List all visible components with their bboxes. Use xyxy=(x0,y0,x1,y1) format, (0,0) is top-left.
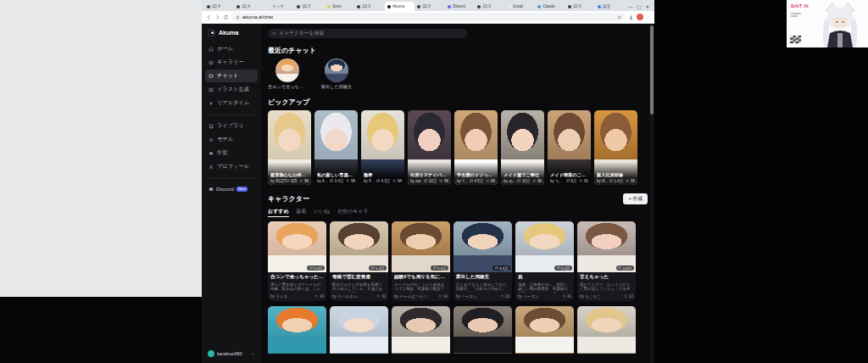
pickup-card[interactable]: 徹希 by Fatusa 4.3万 94 xyxy=(361,110,404,185)
pickup-card-title: メイド服でご奉仕 xyxy=(504,172,542,178)
back-icon[interactable] xyxy=(206,14,212,20)
create-button[interactable]: + 作成 xyxy=(623,193,648,204)
character-card-image: 5.6万 xyxy=(392,221,450,272)
brand[interactable]: Akuma xyxy=(205,28,258,42)
tab-osusume[interactable]: おすすめ xyxy=(268,208,289,217)
user-icon xyxy=(209,165,214,170)
tab-label: マップ xyxy=(272,4,284,8)
maximize-button[interactable]: ▢ xyxy=(637,4,641,9)
recent-chat-name: 合コンで会っちゃ… xyxy=(268,84,307,90)
sidebar-item-chat[interactable]: チャット xyxy=(205,70,258,82)
browser-tab[interactable]: Gmail xyxy=(505,2,535,11)
browser-tab[interactable]: (2) X xyxy=(234,2,264,11)
sidebar-item-compass[interactable]: ギャラリー xyxy=(205,56,258,69)
overlay-subtext-line xyxy=(791,13,801,14)
sidebar-divider xyxy=(207,114,256,115)
tab-favicon xyxy=(568,5,571,8)
tab-iine[interactable]: いいね xyxy=(314,208,330,217)
user-chip[interactable]: karabue680 xyxy=(205,348,258,360)
pickup-card[interactable]: メイド服でご奉仕 by めんこ 10万 98 xyxy=(501,110,544,185)
browser-tab[interactable]: (2) X xyxy=(294,2,324,11)
page-scrollbar[interactable] xyxy=(649,24,654,363)
pickup-card[interactable]: 新入社員研修 by RC2T 1.4万 95 xyxy=(594,110,637,185)
download-icon[interactable] xyxy=(628,14,634,20)
character-tabs: おすすめ 新着 いいね 自分のキャラ xyxy=(268,208,648,217)
like-count-icon xyxy=(624,294,628,299)
character-card[interactable]: 5.9万 合コンで会っちゃった… 周りに気を使えるサークルの先輩。飲み会の帰り道… xyxy=(268,221,326,301)
sidebar-item-gear[interactable]: モデル xyxy=(205,133,258,146)
pickup-card-title: 新入社員研修 xyxy=(597,172,635,178)
sidebar-item-user[interactable]: プロフィール xyxy=(205,160,258,173)
character-card[interactable]: 5.6万 経験0でも周りを気にする女子… テーブルの向こうから意味ありげな視線。… xyxy=(392,221,450,301)
tab-shinchaku[interactable]: 新着 xyxy=(297,208,307,217)
forward-icon[interactable] xyxy=(214,14,220,20)
browser-tab[interactable]: Claude xyxy=(535,2,565,11)
pickup-card[interactable]: 私の新しい専属メイド by Anti109 3.4万 99 xyxy=(314,110,358,185)
pickup-card[interactable]: メイド喫茶のご指名 by ちゃこ 6万 91 xyxy=(548,110,591,185)
pickup-card-footer: 出戻りスナイパーを同僚にし… by oto 10万 98 xyxy=(408,162,451,186)
sidebar-item-discord[interactable]: Discord New xyxy=(205,183,258,194)
character-card-image: 5.5万 xyxy=(515,221,574,272)
character-card-image[interactable] xyxy=(515,306,574,354)
character-card-image[interactable] xyxy=(330,306,388,354)
chat-count: 4,871 xyxy=(623,266,632,271)
pickup-card[interactable]: 出戻りスナイパーを同僚にし… by oto 10万 98 xyxy=(408,110,451,185)
browser-profile-avatar[interactable] xyxy=(637,14,643,20)
minimize-button[interactable]: — xyxy=(628,4,633,9)
recent-chat-item[interactable]: 家出した同級生 xyxy=(317,59,356,90)
character-card[interactable]: 4,871 甘えちゃった 疲れてたので、おふろ上がりに気が緩んでいたところを見ら… xyxy=(577,221,636,301)
browser-tab[interactable]: 設定 xyxy=(595,2,625,11)
browser-tab[interactable]: Discord xyxy=(445,2,475,11)
chat-count: 1.4万 xyxy=(614,179,623,183)
browser-tab[interactable]: (2) X xyxy=(415,2,444,11)
character-card[interactable]: 5.5万 凪 清楚、正義感が強い、校則に厳しい風紀委員長。放課後の見回り中にあな… xyxy=(515,221,574,301)
chat-count: 5.9万 xyxy=(314,266,323,271)
reload-icon[interactable] xyxy=(223,14,229,20)
overlay-subtext-line xyxy=(791,15,798,17)
character-card-image[interactable] xyxy=(453,306,512,354)
character-card-image[interactable] xyxy=(392,306,450,354)
character-card[interactable]: 3.5万 家出した同級生 行くあてもなく家出してきた同級生。「今夜だけ泊めて」と… xyxy=(453,221,512,301)
sidebar-item-label: モデル xyxy=(217,136,233,143)
like-count-icon xyxy=(392,179,397,183)
tab-jibun-no-chara[interactable]: 自分のキャラ xyxy=(337,208,369,217)
chat-count: 6万 xyxy=(570,179,576,183)
bookmark-star-icon[interactable] xyxy=(617,15,621,20)
sidebar-item-zap[interactable]: リアルタイム xyxy=(205,97,258,109)
tab-label: Gmail xyxy=(513,4,523,8)
browser-tab[interactable]: Akuma xyxy=(385,2,415,11)
character-card-image: 4,871 xyxy=(577,221,636,272)
character-card[interactable]: 1.4万 母娘で営む定食屋 駅前の小さな定食屋を母娘で切り盛りしている。常連のあ… xyxy=(330,221,388,301)
pickup-card[interactable]: 教育熱心なお姉さん by RC2T 325 98 xyxy=(268,110,311,185)
tab-label: Claude xyxy=(542,4,555,8)
browser-tab[interactable]: (2) X xyxy=(204,2,234,11)
letterbox-right xyxy=(654,0,868,363)
browser-tab[interactable]: (2) X xyxy=(475,2,504,11)
character-card-image[interactable] xyxy=(577,306,636,354)
browser-tab[interactable]: (2) X xyxy=(565,2,595,11)
sidebar-item-cap[interactable]: 学習 xyxy=(205,147,258,159)
character-card-image[interactable] xyxy=(268,306,326,354)
sidebar-item-image[interactable]: イラスト生成 xyxy=(205,83,258,96)
overlay-brand: BAIT AI xyxy=(791,3,809,8)
address-bar[interactable]: akuma.ai/chat xyxy=(231,13,626,21)
browser-menu-icon[interactable] xyxy=(646,14,650,20)
like-count-icon xyxy=(579,179,583,183)
close-button[interactable]: ✕ xyxy=(645,4,649,9)
browser-tab[interactable]: Suno xyxy=(325,2,354,11)
sidebar-item-label: リアルタイム xyxy=(217,99,249,107)
tab-favicon xyxy=(477,5,481,8)
sidebar-item-book[interactable]: ライブラリ xyxy=(205,120,258,132)
tab-favicon xyxy=(537,5,541,8)
browser-tab[interactable]: マップ xyxy=(264,2,294,11)
pickup-card[interactable]: 学生寮のドジっ娘後輩 by Yukas_cps 4.5万 86 xyxy=(454,110,498,185)
recent-chat-item[interactable]: 合コンで会っちゃ… xyxy=(268,59,307,90)
sidebar-item-home[interactable]: ホーム xyxy=(205,42,258,55)
tab-label: (2) X xyxy=(362,4,370,8)
browser-tab[interactable]: (2) X xyxy=(354,2,384,11)
search-input[interactable]: キャラクターを検索 xyxy=(268,29,467,38)
scrollbar-thumb[interactable] xyxy=(650,25,654,114)
like-count: 95 xyxy=(631,179,635,183)
character-card-image: 5.9万 xyxy=(268,221,326,272)
tab-label: Akuma xyxy=(392,4,404,8)
